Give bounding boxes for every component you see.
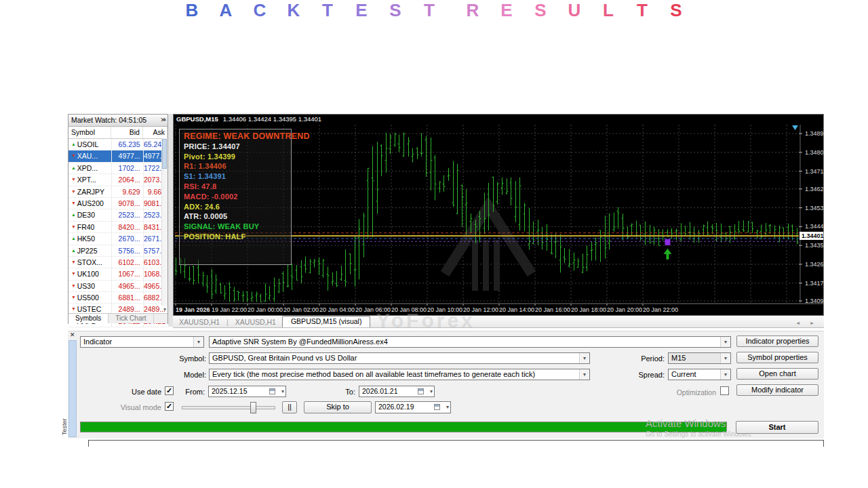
market-watch-row[interactable]: ▼US304965...4965... xyxy=(68,281,167,292)
market-watch-header: Market Watch: 04:51:05 ✕ xyxy=(68,115,167,127)
open-chart-button[interactable]: Open chart xyxy=(736,368,818,380)
svg-text:20 Jan 00:00: 20 Jan 00:00 xyxy=(248,306,283,313)
chevron-down-icon[interactable]: ▾ xyxy=(579,353,589,363)
backtest-title: BACKTESTRESULTS xyxy=(0,0,868,21)
calendar-icon[interactable] xyxy=(418,388,424,394)
mt4-workspace: Market Watch: 04:51:05 ✕ Symbol Bid Ask … xyxy=(68,114,824,453)
symbol-name: XAU... xyxy=(77,150,111,161)
market-watch-row[interactable]: ▼UK1001067...1068... xyxy=(68,268,167,280)
symbol-select[interactable]: GBPUSD, Great Britain Pound vs US Dollar… xyxy=(209,352,590,364)
svg-text:1.34401: 1.34401 xyxy=(802,232,823,239)
indicator-file-select[interactable]: Adaptive SNR System By @FundedMillionAir… xyxy=(209,336,731,348)
chevron-down-icon[interactable]: ▾ xyxy=(720,337,730,347)
market-watch-scrollbar[interactable] xyxy=(161,138,167,306)
visual-mode-checkbox[interactable]: ✓ xyxy=(165,402,174,411)
title-letter: U xyxy=(568,0,581,21)
market-watch-row[interactable]: ▲DE302523...2523... xyxy=(68,209,167,221)
modify-indicator-button[interactable]: Modify indicator xyxy=(736,384,818,396)
scrollbar-thumb[interactable] xyxy=(162,139,167,169)
overlay-line: S1: 1.34391 xyxy=(184,171,287,182)
bid-value: 5756... xyxy=(111,245,143,256)
down-arrow-icon: ▼ xyxy=(68,198,77,209)
scroll-up-icon[interactable]: ▴ xyxy=(163,116,166,122)
skip-to-button[interactable]: Skip to xyxy=(304,401,372,413)
symbol-name: HK50 xyxy=(77,233,111,244)
chevron-down-icon[interactable]: ▾ xyxy=(430,386,433,396)
overlay-line: REGIME: WEAK DOWNTREND xyxy=(184,131,287,142)
overlay-line: Pivot: 1.34399 xyxy=(184,152,287,162)
model-select[interactable]: Every tick (the most precise method base… xyxy=(209,369,590,380)
up-arrow-icon: ▲ xyxy=(68,245,77,256)
market-watch-row[interactable]: ▼ZARJPY9.6299.667 xyxy=(68,186,167,198)
optimization-checkbox[interactable] xyxy=(720,386,729,395)
market-watch-row[interactable]: ▲XPD...1702...1722... xyxy=(68,163,167,174)
overlay-line: MACD: -0.0002 xyxy=(184,192,287,202)
chart-tab-1[interactable]: XAUUSD,H1 xyxy=(229,317,282,327)
up-arrow-icon: ▲ xyxy=(68,233,77,244)
down-arrow-icon: ▼ xyxy=(68,292,77,303)
svg-text:1.34890: 1.34890 xyxy=(805,130,823,137)
overlay-line: R1: 1.34406 xyxy=(184,161,287,171)
column-symbol[interactable]: Symbol xyxy=(68,127,111,138)
chevron-down-icon[interactable]: ▾ xyxy=(193,337,203,347)
to-date-value: 2026.01.21 xyxy=(362,387,398,395)
symbol-properties-button[interactable]: Symbol properties xyxy=(736,352,818,363)
indicator-properties-button[interactable]: Indicator properties xyxy=(736,336,818,347)
to-date-field[interactable]: 2026.01.21 ▾ xyxy=(359,386,435,397)
title-letter: C xyxy=(253,0,267,21)
calendar-icon[interactable] xyxy=(434,404,440,410)
skip-to-date-value: 2026.02.19 xyxy=(378,403,414,411)
chevron-down-icon[interactable]: ▾ xyxy=(446,402,449,412)
market-watch-row[interactable]: ▼XPT...2064...2073... xyxy=(68,174,167,186)
period-select[interactable]: M15 ▾ xyxy=(668,352,731,364)
chart-window[interactable]: GBPUSD,M151.34406 1.34424 1.34395 1.3440… xyxy=(173,114,824,316)
scroll-down-icon[interactable]: ▾ xyxy=(163,306,166,312)
title-letter: E xyxy=(500,0,513,21)
column-ask[interactable]: Ask xyxy=(143,127,167,138)
activate-windows-watermark: Activate Windows xyxy=(646,418,726,429)
market-watch-row[interactable]: ▼FR408420...8431... xyxy=(68,222,167,233)
market-watch-row[interactable]: ▲HK502670...2671... xyxy=(68,233,167,245)
market-watch-row[interactable]: ▼XAU...4977...4977... xyxy=(68,150,167,162)
up-arrow-icon: ▲ xyxy=(68,209,77,220)
slider-thumb[interactable] xyxy=(250,402,256,413)
market-watch-row[interactable]: ▼US5006881...6882... xyxy=(68,292,167,304)
start-button[interactable]: Start xyxy=(736,421,818,434)
calendar-icon[interactable] xyxy=(269,388,275,394)
market-watch-tab-symbols[interactable]: Symbols xyxy=(68,314,108,323)
market-watch-row[interactable]: ▲JP2255756...5757... xyxy=(68,245,167,257)
chevron-down-icon[interactable]: ▾ xyxy=(579,369,589,380)
market-watch-tab-tick-chart[interactable]: Tick Chart xyxy=(108,314,153,323)
visual-speed-slider[interactable] xyxy=(182,406,275,409)
bid-value: 4965... xyxy=(111,281,143,291)
symbol-name: US30 xyxy=(77,281,111,291)
backtest-progress-bar xyxy=(80,422,727,432)
symbol-label: Symbol: xyxy=(149,353,206,364)
chevron-down-icon[interactable]: ▾ xyxy=(720,369,730,380)
chart-tab-2[interactable]: GBPUSD,M15 (visual) xyxy=(282,316,370,327)
chart-tab-0[interactable]: XAUUSD,H1 xyxy=(173,317,226,327)
bid-value: 65.235 xyxy=(111,139,143,150)
market-watch-tabs: SymbolsTick Chart xyxy=(68,313,167,323)
tester-type-select[interactable]: Indicator ▾ xyxy=(80,336,204,348)
from-date-field[interactable]: 2025.12.15 ▾ xyxy=(208,386,286,397)
skip-to-date-field[interactable]: 2026.02.19 ▾ xyxy=(375,401,451,413)
down-arrow-icon: ▼ xyxy=(68,222,77,232)
market-watch-row[interactable]: ▲USOIL65.23565.248 xyxy=(68,139,167,150)
symbol-name: JP225 xyxy=(77,245,111,256)
title-letter: L xyxy=(601,0,615,21)
bid-value: 6881... xyxy=(111,292,143,303)
model-value: Every tick (the most precise method base… xyxy=(212,370,535,378)
tab-scroll-arrows[interactable]: ◄ ► xyxy=(790,321,824,327)
chevron-down-icon[interactable]: ▾ xyxy=(720,353,730,363)
chart-tab-bar: XAUUSD,H1|XAUUSD,H1GBPUSD,M15 (visual)◄ … xyxy=(173,316,824,328)
close-icon[interactable]: ✕ xyxy=(70,331,75,338)
spread-select[interactable]: Current ▾ xyxy=(668,369,731,380)
column-bid[interactable]: Bid xyxy=(111,127,143,138)
market-watch-row[interactable]: ▼AUS2009078...9081... xyxy=(68,198,167,209)
overlay-line: SIGNAL: WEAK BUY xyxy=(184,222,287,232)
market-watch-row[interactable]: ▼STOX...6102...6103... xyxy=(68,257,167,268)
chevron-down-icon[interactable]: ▾ xyxy=(281,386,284,396)
indicator-overlay-panel: REGIME: WEAK DOWNTRENDPRICE: 1.34407Pivo… xyxy=(179,129,292,265)
pause-button[interactable]: || xyxy=(282,401,297,413)
